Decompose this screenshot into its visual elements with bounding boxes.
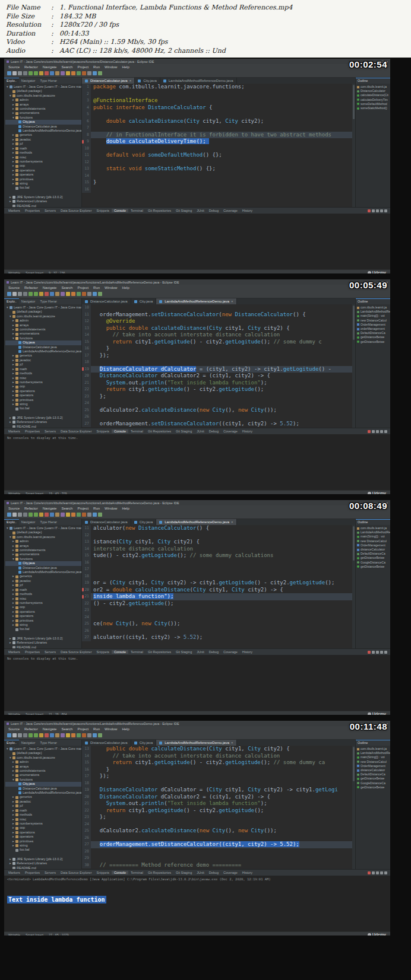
menu-item-window[interactable]: Window [105,727,117,731]
outline-item[interactable]: LambdaAndMethodRe [357,751,390,755]
menu-item-search[interactable]: Search [61,65,72,69]
explorer-tab-typehierar[interactable]: Type Hierar [37,78,59,84]
bottom-tab-properties[interactable]: Properties [23,429,42,433]
bottom-tab-git-repositories[interactable]: Git Repositories [146,429,173,433]
bottom-tab-junit[interactable]: JUnit [194,209,207,212]
menu-item-project[interactable]: Project [77,65,88,69]
new-package-icon[interactable] [55,513,59,517]
tree-item[interactable]: ▸JRE System Library [jdk-13.0.2] [5,416,81,420]
coverage-icon[interactable] [39,733,43,737]
outline-tab[interactable]: Outline [356,519,390,525]
external-tools-icon[interactable] [71,733,75,737]
tree-item[interactable]: LambdaAndMethodReferenceDemo.java [5,570,81,574]
tree-item[interactable]: ▸controlstatements [5,327,81,332]
tree-item[interactable]: ▸javadoc [5,138,81,142]
menu-item-window[interactable]: Window [105,286,117,289]
tree-item[interactable]: ▸math [5,588,81,592]
code-editor[interactable]: 13 public double calculateDistance(City … [82,746,355,869]
tree-item[interactable]: ▸generics [5,354,81,358]
tree-item[interactable]: ▸enumerations [5,332,81,336]
editor-tab[interactable]: DistanceCalculator.java× [82,78,135,84]
bottom-tab-history[interactable]: History [240,650,255,654]
new-wizard-icon[interactable] [7,292,11,296]
tree-item[interactable]: (default package) [5,751,81,755]
remove-launch-icon[interactable] [372,209,375,212]
code-editor[interactable]: 1package com.itbulls.learnit.javacore.fu… [82,84,355,207]
bottom-tab-console[interactable]: Console [112,650,128,654]
debug-icon[interactable] [29,292,33,296]
editor-tab[interactable]: DistanceCalculator.java [82,298,131,304]
editor-tab[interactable]: DistanceCalculator.java [82,519,131,525]
tree-item[interactable]: ▸string [5,844,81,848]
bottom-tab-junit[interactable]: JUnit [194,429,207,433]
back-icon[interactable] [93,71,97,75]
tree-item[interactable]: City.java [5,341,81,345]
close-tab-icon[interactable]: × [231,741,233,744]
scrollbar-thumb[interactable] [353,306,355,340]
bottom-tab-snippets[interactable]: Snippets [94,429,112,433]
open-type-icon[interactable] [61,71,65,75]
tree-item[interactable]: ▾Learn IT - Java Core [Learn IT - Java C… [5,85,81,89]
outline-item[interactable]: new DistanceCalcul [357,319,390,323]
bottom-tab-servers[interactable]: Servers [42,429,58,433]
stop-icon[interactable] [45,733,49,737]
tree-item[interactable]: ▸Referenced Libraries [5,861,81,866]
menu-item-source[interactable]: Source [8,727,20,731]
scrollbar-thumb[interactable] [353,526,355,561]
outline-item[interactable]: orderManagement [357,327,390,331]
tree-item[interactable]: ▸operators [5,614,81,618]
annotation-icon[interactable] [77,71,81,75]
outline-item[interactable]: GoogleDistanceCa [357,561,390,565]
tree-item[interactable]: ▸string [5,623,81,627]
tree-item[interactable]: ▸operators [5,835,81,839]
terminate-icon[interactable] [368,209,371,212]
tree-item[interactable]: ▸enumerations [5,111,81,115]
tree-item[interactable]: ▸operations [5,168,81,173]
menu-item-source[interactable]: Source [8,65,20,69]
tree-item[interactable]: ▸JRE System Library [jdk-13.0.2] [5,195,81,199]
bottom-tab-coverage[interactable]: Coverage [221,209,240,212]
clear-console-icon[interactable] [376,430,379,433]
tree-item[interactable]: ▸primitives [5,839,81,844]
explorer-tab-explo[interactable]: Explo.. [4,740,19,746]
save-icon[interactable] [12,733,17,737]
code-editor[interactable]: 1011 orderManagement.setDistanceCalculat… [82,304,355,428]
scroll-lock-icon[interactable] [380,209,383,212]
print-icon[interactable] [23,733,27,737]
tree-item[interactable]: ▸admin [5,539,81,543]
outline-item[interactable]: new DistanceCalcul [357,760,390,764]
outline-item[interactable]: someStaticMethod() [357,106,390,110]
bottom-tab-debug[interactable]: Debug [207,871,221,874]
new-wizard-icon[interactable] [7,71,11,75]
menu-item-help[interactable]: Help [122,507,129,510]
last-edit-icon[interactable] [82,292,86,296]
save-icon[interactable] [12,292,17,296]
bottom-tab-properties[interactable]: Properties [23,871,42,874]
menu-item-navigate[interactable]: Navigate [43,65,57,69]
outline-item[interactable]: OrderManagement [357,323,390,327]
bottom-tab-snippets[interactable]: Snippets [94,650,112,654]
explorer-tab-typehierar[interactable]: Type Hierar [37,519,59,525]
tree-item[interactable]: ▸misc [5,376,81,380]
menu-item-project[interactable]: Project [77,507,88,510]
tree-item[interactable]: ▸jcf [5,804,81,808]
menu-item-refactor[interactable]: Refactor [24,65,38,69]
menu-item-search[interactable]: Search [61,727,72,731]
tree-item[interactable]: ▾Learn IT - Java Core [Learn IT - Java C… [5,306,81,310]
clear-console-icon[interactable] [376,209,379,212]
bottom-tab-git-staging[interactable]: Git Staging [173,871,194,874]
bottom-tab-terminal[interactable]: Terminal [128,429,146,433]
run-icon[interactable] [34,733,38,737]
outline-item[interactable]: calculateDistance(Cit [357,93,390,97]
tree-item[interactable]: ▸admin [5,760,81,764]
tree-item[interactable]: foo.bal [5,627,81,631]
new-wizard-icon[interactable] [7,513,11,517]
debug-icon[interactable] [29,71,33,75]
tree-item[interactable]: ▸operations [5,831,81,835]
code-editor[interactable]: 11alculator(new DistanceCalculator() {12… [82,525,355,648]
tree-item[interactable]: DistanceCalculator.java [5,566,81,570]
bottom-tab-history[interactable]: History [240,871,255,874]
outline-item[interactable]: main(String[]) : voi [357,534,390,539]
menu-item-help[interactable]: Help [122,286,129,289]
outline-item[interactable]: LambdaAndMethodRe [357,310,390,314]
